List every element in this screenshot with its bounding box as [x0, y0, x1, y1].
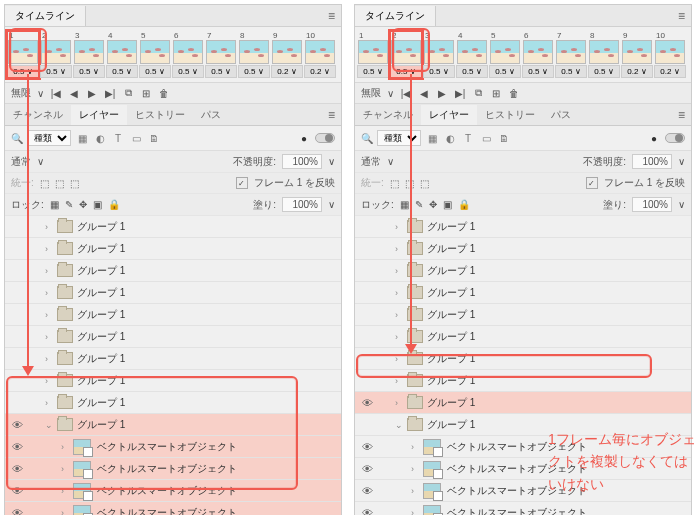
- duplicate-frame-button[interactable]: ⊞: [140, 88, 152, 99]
- filter-toggle[interactable]: [665, 133, 685, 143]
- tab-channel[interactable]: チャンネル: [5, 105, 71, 125]
- frame-7[interactable]: 7 0.5 ∨: [205, 31, 237, 78]
- filter-kind-select[interactable]: 種類: [27, 130, 71, 146]
- layer-row[interactable]: › グループ 1: [5, 238, 341, 260]
- tween-button[interactable]: ⧉: [472, 87, 484, 99]
- visibility-toggle[interactable]: 👁: [355, 463, 379, 475]
- layer-caret[interactable]: ›: [45, 288, 57, 298]
- layer-caret[interactable]: ›: [395, 354, 407, 364]
- repeat-mode[interactable]: 無限: [361, 86, 381, 100]
- propagate-checkbox[interactable]: ✓: [236, 177, 248, 189]
- layer-caret[interactable]: ›: [395, 398, 407, 408]
- frame-4[interactable]: 4 0.5 ∨: [456, 31, 488, 78]
- layer-caret[interactable]: ›: [45, 222, 57, 232]
- prev-frame-button[interactable]: ◀: [68, 88, 80, 99]
- frame-5[interactable]: 5 0.5 ∨: [489, 31, 521, 78]
- frame-delay[interactable]: 0.5 ∨: [522, 65, 554, 78]
- layer-row[interactable]: › グループ 1: [355, 260, 691, 282]
- lock-brush-icon[interactable]: ✎: [65, 199, 73, 210]
- layer-row[interactable]: 👁 › ベクトルスマートオブジェクト: [5, 480, 341, 502]
- layer-caret[interactable]: ›: [45, 332, 57, 342]
- filter-pixel-icon[interactable]: ▦: [75, 131, 89, 145]
- lock-brush-icon[interactable]: ✎: [415, 199, 423, 210]
- frame-9[interactable]: 9 0.2 ∨: [621, 31, 653, 78]
- frame-delay[interactable]: 0.5 ∨: [456, 65, 488, 78]
- layer-row[interactable]: 👁 › グループ 1: [355, 392, 691, 414]
- panel-menu-icon[interactable]: ≡: [672, 9, 691, 23]
- layer-row[interactable]: › グループ 1: [5, 370, 341, 392]
- visibility-toggle[interactable]: 👁: [5, 419, 29, 431]
- prev-frame-button[interactable]: ◀: [418, 88, 430, 99]
- frame-delay[interactable]: 0.5 ∨: [73, 65, 105, 78]
- frame-8[interactable]: 8 0.5 ∨: [238, 31, 270, 78]
- filter-shape-icon[interactable]: ▭: [129, 131, 143, 145]
- frame-2[interactable]: 2 0.5 ∨: [390, 31, 422, 78]
- panel-menu-icon[interactable]: ≡: [322, 108, 341, 122]
- play-button[interactable]: ▶: [436, 88, 448, 99]
- frame-delay[interactable]: 0.5 ∨: [423, 65, 455, 78]
- frame-10[interactable]: 10 0.2 ∨: [654, 31, 686, 78]
- filter-adjust-icon[interactable]: ◐: [443, 131, 457, 145]
- first-frame-button[interactable]: |◀: [50, 88, 62, 99]
- layer-caret[interactable]: ›: [395, 266, 407, 276]
- layer-row[interactable]: 👁 › ベクトルスマートオブジェクト: [5, 458, 341, 480]
- filter-smart-icon[interactable]: 🗎: [147, 131, 161, 145]
- layer-row[interactable]: › グループ 1: [355, 282, 691, 304]
- filter-toggle[interactable]: [315, 133, 335, 143]
- lock-artboard-icon[interactable]: ▣: [443, 199, 452, 210]
- layer-row[interactable]: › グループ 1: [5, 216, 341, 238]
- frame-1[interactable]: 1 0.5 ∨: [7, 31, 39, 78]
- layer-caret[interactable]: ›: [45, 354, 57, 364]
- timeline-tab[interactable]: タイムライン: [5, 6, 86, 26]
- panel-menu-icon[interactable]: ≡: [672, 108, 691, 122]
- frame-3[interactable]: 3 0.5 ∨: [73, 31, 105, 78]
- layer-row[interactable]: › グループ 1: [355, 370, 691, 392]
- frame-delay[interactable]: 0.5 ∨: [7, 65, 39, 78]
- frame-8[interactable]: 8 0.5 ∨: [588, 31, 620, 78]
- lock-all-icon[interactable]: 🔒: [458, 199, 470, 210]
- layer-row[interactable]: › グループ 1: [5, 348, 341, 370]
- filter-type-icon[interactable]: T: [111, 131, 125, 145]
- frame-delay[interactable]: 0.5 ∨: [205, 65, 237, 78]
- frame-delay[interactable]: 0.5 ∨: [238, 65, 270, 78]
- frame-delay[interactable]: 0.5 ∨: [489, 65, 521, 78]
- layer-caret[interactable]: ›: [395, 376, 407, 386]
- propagate-checkbox[interactable]: ✓: [586, 177, 598, 189]
- visibility-toggle[interactable]: 👁: [5, 507, 29, 516]
- tab-path[interactable]: パス: [193, 105, 229, 125]
- tab-history[interactable]: ヒストリー: [127, 105, 193, 125]
- frame-6[interactable]: 6 0.5 ∨: [172, 31, 204, 78]
- frame-delay[interactable]: 0.5 ∨: [106, 65, 138, 78]
- panel-menu-icon[interactable]: ≡: [322, 9, 341, 23]
- frame-9[interactable]: 9 0.2 ∨: [271, 31, 303, 78]
- fill-field[interactable]: 100%: [632, 197, 672, 212]
- opacity-field[interactable]: 100%: [282, 154, 322, 169]
- layer-caret[interactable]: ›: [411, 508, 423, 516]
- frame-delay[interactable]: 0.5 ∨: [357, 65, 389, 78]
- frame-delay[interactable]: 0.2 ∨: [654, 65, 686, 78]
- visibility-toggle[interactable]: 👁: [355, 507, 379, 516]
- layer-caret[interactable]: ›: [395, 332, 407, 342]
- layer-row[interactable]: › グループ 1: [5, 392, 341, 414]
- tween-button[interactable]: ⧉: [122, 87, 134, 99]
- layer-caret[interactable]: ⌄: [395, 420, 407, 430]
- layer-caret[interactable]: ›: [411, 464, 423, 474]
- tab-layer[interactable]: レイヤー: [71, 105, 127, 125]
- frame-10[interactable]: 10 0.2 ∨: [304, 31, 336, 78]
- layer-row[interactable]: › グループ 1: [5, 326, 341, 348]
- visibility-toggle[interactable]: 👁: [355, 441, 379, 453]
- lock-move-icon[interactable]: ✥: [429, 199, 437, 210]
- filter-artboard-icon[interactable]: ●: [647, 131, 661, 145]
- fill-field[interactable]: 100%: [282, 197, 322, 212]
- tab-path[interactable]: パス: [543, 105, 579, 125]
- layer-caret[interactable]: ›: [61, 486, 73, 496]
- timeline-tab[interactable]: タイムライン: [355, 6, 436, 26]
- tab-layer[interactable]: レイヤー: [421, 105, 477, 125]
- layer-row[interactable]: › グループ 1: [5, 260, 341, 282]
- layer-caret[interactable]: ›: [395, 244, 407, 254]
- layer-caret[interactable]: ›: [395, 222, 407, 232]
- layer-row[interactable]: 👁 › ベクトルスマートオブジェクト: [5, 436, 341, 458]
- layer-caret[interactable]: ›: [45, 310, 57, 320]
- frame-delay[interactable]: 0.5 ∨: [40, 65, 72, 78]
- visibility-toggle[interactable]: 👁: [5, 441, 29, 453]
